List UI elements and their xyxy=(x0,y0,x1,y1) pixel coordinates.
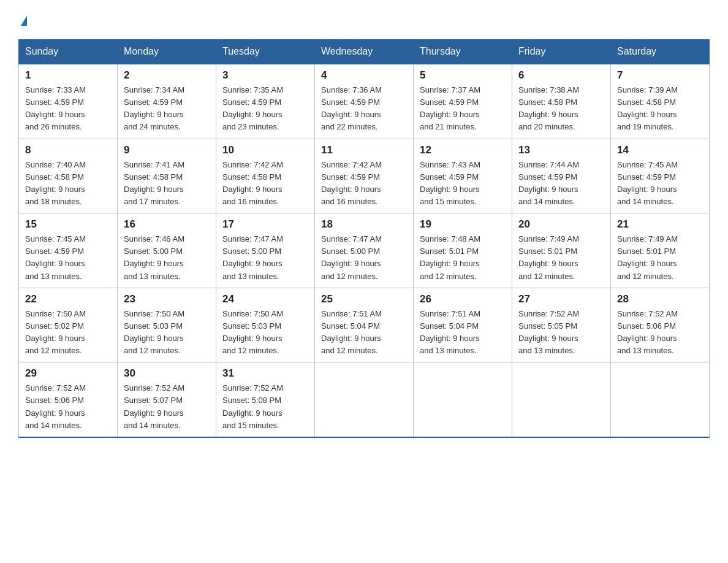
day-info: Sunrise: 7:44 AMSunset: 4:59 PMDaylight:… xyxy=(518,159,604,209)
day-info: Sunrise: 7:38 AMSunset: 4:58 PMDaylight:… xyxy=(518,84,604,134)
day-info: Sunrise: 7:36 AMSunset: 4:59 PMDaylight:… xyxy=(321,84,407,134)
day-info: Sunrise: 7:42 AMSunset: 4:58 PMDaylight:… xyxy=(222,159,308,209)
calendar-cell: 12Sunrise: 7:43 AMSunset: 4:59 PMDayligh… xyxy=(414,139,512,213)
calendar-week-4: 22Sunrise: 7:50 AMSunset: 5:02 PMDayligh… xyxy=(19,288,710,362)
day-number: 9 xyxy=(124,144,210,156)
day-info: Sunrise: 7:51 AMSunset: 5:04 PMDaylight:… xyxy=(321,308,407,358)
calendar-week-2: 8Sunrise: 7:40 AMSunset: 4:58 PMDaylight… xyxy=(19,139,710,213)
calendar-cell: 6Sunrise: 7:38 AMSunset: 4:58 PMDaylight… xyxy=(512,64,611,139)
day-info: Sunrise: 7:47 AMSunset: 5:00 PMDaylight:… xyxy=(222,233,308,283)
calendar-table: SundayMondayTuesdayWednesdayThursdayFrid… xyxy=(18,39,710,438)
calendar-cell: 25Sunrise: 7:51 AMSunset: 5:04 PMDayligh… xyxy=(315,288,414,362)
calendar-cell: 10Sunrise: 7:42 AMSunset: 4:58 PMDayligh… xyxy=(216,139,315,213)
calendar-cell: 14Sunrise: 7:45 AMSunset: 4:59 PMDayligh… xyxy=(611,139,710,213)
day-number: 30 xyxy=(124,367,210,380)
page-header xyxy=(18,12,710,28)
day-number: 3 xyxy=(222,69,308,82)
day-info: Sunrise: 7:41 AMSunset: 4:58 PMDaylight:… xyxy=(124,159,210,209)
day-number: 15 xyxy=(25,218,111,231)
calendar-week-5: 29Sunrise: 7:52 AMSunset: 5:06 PMDayligh… xyxy=(19,362,710,437)
weekday-header-tuesday: Tuesday xyxy=(216,40,315,64)
day-number: 5 xyxy=(420,69,506,82)
day-info: Sunrise: 7:43 AMSunset: 4:59 PMDaylight:… xyxy=(420,159,506,209)
day-number: 17 xyxy=(222,218,308,231)
calendar-cell: 5Sunrise: 7:37 AMSunset: 4:59 PMDaylight… xyxy=(414,64,512,139)
day-info: Sunrise: 7:34 AMSunset: 4:59 PMDaylight:… xyxy=(124,84,210,134)
weekday-header-row: SundayMondayTuesdayWednesdayThursdayFrid… xyxy=(19,40,710,64)
day-number: 21 xyxy=(617,218,703,231)
day-info: Sunrise: 7:50 AMSunset: 5:02 PMDaylight:… xyxy=(25,308,111,358)
day-number: 26 xyxy=(420,293,506,305)
calendar-cell: 13Sunrise: 7:44 AMSunset: 4:59 PMDayligh… xyxy=(512,139,611,213)
day-number: 25 xyxy=(321,293,407,305)
calendar-cell: 16Sunrise: 7:46 AMSunset: 5:00 PMDayligh… xyxy=(118,213,216,288)
day-number: 14 xyxy=(617,144,703,156)
calendar-cell: 4Sunrise: 7:36 AMSunset: 4:59 PMDaylight… xyxy=(315,64,414,139)
day-info: Sunrise: 7:52 AMSunset: 5:07 PMDaylight:… xyxy=(124,382,210,432)
calendar-cell: 3Sunrise: 7:35 AMSunset: 4:59 PMDaylight… xyxy=(216,64,315,139)
weekday-header-wednesday: Wednesday xyxy=(315,40,414,64)
calendar-cell: 21Sunrise: 7:49 AMSunset: 5:01 PMDayligh… xyxy=(611,213,710,288)
day-info: Sunrise: 7:52 AMSunset: 5:05 PMDaylight:… xyxy=(518,308,604,358)
calendar-cell: 22Sunrise: 7:50 AMSunset: 5:02 PMDayligh… xyxy=(19,288,118,362)
weekday-header-thursday: Thursday xyxy=(414,40,512,64)
day-number: 12 xyxy=(420,144,506,156)
day-number: 10 xyxy=(222,144,308,156)
weekday-header-saturday: Saturday xyxy=(611,40,710,64)
calendar-cell: 30Sunrise: 7:52 AMSunset: 5:07 PMDayligh… xyxy=(118,362,216,437)
day-number: 11 xyxy=(321,144,407,156)
weekday-header-sunday: Sunday xyxy=(19,40,118,64)
day-number: 6 xyxy=(518,69,604,82)
calendar-cell: 19Sunrise: 7:48 AMSunset: 5:01 PMDayligh… xyxy=(414,213,512,288)
calendar-cell: 26Sunrise: 7:51 AMSunset: 5:04 PMDayligh… xyxy=(414,288,512,362)
day-info: Sunrise: 7:50 AMSunset: 5:03 PMDaylight:… xyxy=(222,308,308,358)
day-info: Sunrise: 7:52 AMSunset: 5:08 PMDaylight:… xyxy=(222,382,308,432)
weekday-header-friday: Friday xyxy=(512,40,611,64)
day-number: 2 xyxy=(124,69,210,82)
day-info: Sunrise: 7:52 AMSunset: 5:06 PMDaylight:… xyxy=(25,382,111,432)
calendar-week-1: 1Sunrise: 7:33 AMSunset: 4:59 PMDaylight… xyxy=(19,64,710,139)
day-info: Sunrise: 7:51 AMSunset: 5:04 PMDaylight:… xyxy=(420,308,506,358)
day-number: 16 xyxy=(124,218,210,231)
day-info: Sunrise: 7:37 AMSunset: 4:59 PMDaylight:… xyxy=(420,84,506,134)
calendar-cell: 29Sunrise: 7:52 AMSunset: 5:06 PMDayligh… xyxy=(19,362,118,437)
calendar-cell: 1Sunrise: 7:33 AMSunset: 4:59 PMDaylight… xyxy=(19,64,118,139)
day-number: 29 xyxy=(25,367,111,380)
day-info: Sunrise: 7:47 AMSunset: 5:00 PMDaylight:… xyxy=(321,233,407,283)
day-number: 4 xyxy=(321,69,407,82)
calendar-cell xyxy=(315,362,414,437)
day-number: 19 xyxy=(420,218,506,231)
day-info: Sunrise: 7:48 AMSunset: 5:01 PMDaylight:… xyxy=(420,233,506,283)
day-number: 23 xyxy=(124,293,210,305)
day-info: Sunrise: 7:50 AMSunset: 5:03 PMDaylight:… xyxy=(124,308,210,358)
calendar-cell: 28Sunrise: 7:52 AMSunset: 5:06 PMDayligh… xyxy=(611,288,710,362)
day-info: Sunrise: 7:45 AMSunset: 4:59 PMDaylight:… xyxy=(25,233,111,283)
calendar-cell xyxy=(611,362,710,437)
day-number: 22 xyxy=(25,293,111,305)
calendar-cell: 31Sunrise: 7:52 AMSunset: 5:08 PMDayligh… xyxy=(216,362,315,437)
day-number: 20 xyxy=(518,218,604,231)
calendar-cell: 15Sunrise: 7:45 AMSunset: 4:59 PMDayligh… xyxy=(19,213,118,288)
day-number: 7 xyxy=(617,69,703,82)
day-number: 24 xyxy=(222,293,308,305)
calendar-cell: 20Sunrise: 7:49 AMSunset: 5:01 PMDayligh… xyxy=(512,213,611,288)
calendar-cell: 23Sunrise: 7:50 AMSunset: 5:03 PMDayligh… xyxy=(118,288,216,362)
day-info: Sunrise: 7:46 AMSunset: 5:00 PMDaylight:… xyxy=(124,233,210,283)
day-number: 1 xyxy=(25,69,111,82)
day-info: Sunrise: 7:49 AMSunset: 5:01 PMDaylight:… xyxy=(617,233,703,283)
logo xyxy=(18,12,27,28)
day-number: 13 xyxy=(518,144,604,156)
calendar-cell: 7Sunrise: 7:39 AMSunset: 4:58 PMDaylight… xyxy=(611,64,710,139)
calendar-cell: 9Sunrise: 7:41 AMSunset: 4:58 PMDaylight… xyxy=(118,139,216,213)
day-info: Sunrise: 7:35 AMSunset: 4:59 PMDaylight:… xyxy=(222,84,308,134)
day-number: 8 xyxy=(25,144,111,156)
day-info: Sunrise: 7:52 AMSunset: 5:06 PMDaylight:… xyxy=(617,308,703,358)
day-info: Sunrise: 7:49 AMSunset: 5:01 PMDaylight:… xyxy=(518,233,604,283)
calendar-cell: 11Sunrise: 7:42 AMSunset: 4:59 PMDayligh… xyxy=(315,139,414,213)
day-info: Sunrise: 7:40 AMSunset: 4:58 PMDaylight:… xyxy=(25,159,111,209)
day-number: 31 xyxy=(222,367,308,380)
calendar-cell: 24Sunrise: 7:50 AMSunset: 5:03 PMDayligh… xyxy=(216,288,315,362)
calendar-cell xyxy=(512,362,611,437)
day-number: 27 xyxy=(518,293,604,305)
calendar-cell: 2Sunrise: 7:34 AMSunset: 4:59 PMDaylight… xyxy=(118,64,216,139)
